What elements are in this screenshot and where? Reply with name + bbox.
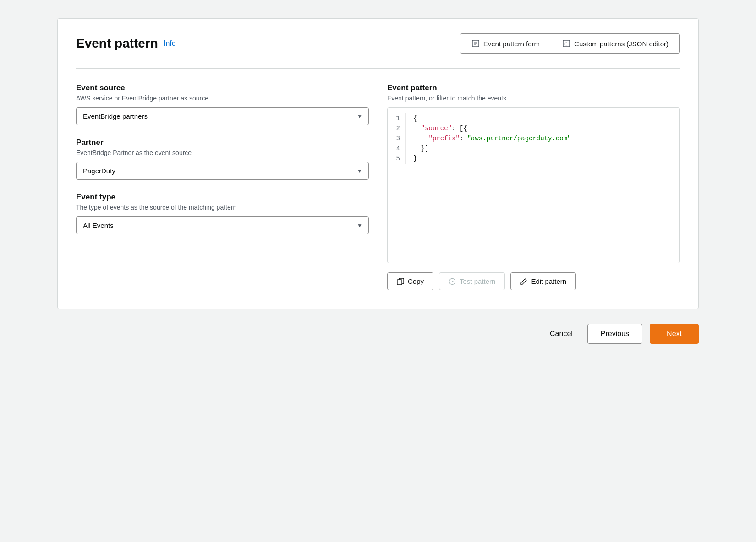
copy-icon [397, 278, 404, 285]
code-line-4: }] [413, 144, 672, 154]
header-divider [76, 68, 680, 69]
event-type-description: The type of events as the source of the … [76, 204, 369, 211]
line-numbers: 1 2 3 4 5 [388, 113, 406, 164]
next-button[interactable]: Next [650, 324, 699, 344]
event-pattern-card: Event pattern Info Event pattern form [57, 18, 699, 309]
info-link[interactable]: Info [164, 39, 176, 48]
code-line-2: "source": [{ [413, 123, 672, 133]
code-line-3: "prefix": "aws.partner/pagerduty.com" [413, 133, 672, 144]
event-source-description: AWS service or EventBridge partner as so… [76, 94, 369, 102]
copy-button[interactable]: Copy [387, 272, 433, 290]
tab-custom-patterns[interactable]: {} Custom patterns (JSON editor) [551, 34, 679, 53]
page-title: Event pattern [76, 36, 158, 51]
copy-label: Copy [408, 277, 424, 285]
partner-description: EventBridge Partner as the event source [76, 149, 369, 156]
svg-rect-7 [397, 280, 402, 285]
event-type-select[interactable]: All Events [76, 216, 369, 234]
left-panel: Event source AWS service or EventBridge … [76, 83, 369, 290]
edit-pattern-label: Edit pattern [531, 277, 566, 285]
edit-pattern-button[interactable]: Edit pattern [510, 272, 576, 290]
tab-form-label: Event pattern form [483, 40, 540, 48]
cancel-button[interactable]: Cancel [542, 325, 580, 343]
event-pattern-label: Event pattern [387, 83, 680, 93]
line-number-5: 5 [395, 154, 400, 164]
footer-bar: Cancel Previous Next [57, 309, 699, 362]
event-source-select[interactable]: EventBridge partners AWS services Other [76, 107, 369, 125]
code-line-1: { [413, 113, 672, 123]
title-group: Event pattern Info [76, 36, 176, 51]
event-type-wrapper: All Events ▼ [76, 216, 369, 234]
previous-button[interactable]: Previous [587, 324, 642, 344]
line-number-2: 2 [395, 123, 400, 133]
code-editor-container: 1 2 3 4 5 { "source": [{ "prefix": "aws.… [387, 107, 680, 263]
partner-select[interactable]: PagerDuty Salesforce Zendesk [76, 162, 369, 180]
line-number-4: 4 [395, 144, 400, 154]
line-number-3: 3 [395, 133, 400, 144]
event-type-section: Event type The type of events as the sou… [76, 193, 369, 234]
partner-label: Partner [76, 138, 369, 147]
event-source-section: Event source AWS service or EventBridge … [76, 83, 369, 125]
json-icon: {} [562, 39, 570, 48]
header-tabs: Event pattern form {} Custom patterns (J… [460, 33, 680, 54]
code-content: { "source": [{ "prefix": "aws.partner/pa… [406, 113, 679, 164]
svg-text:{}: {} [564, 42, 568, 46]
edit-pattern-icon [520, 278, 527, 285]
action-buttons: Copy Test pattern [387, 272, 680, 290]
test-pattern-label: Test pattern [460, 277, 495, 285]
test-pattern-button[interactable]: Test pattern [439, 272, 505, 290]
code-line-5: } [413, 154, 672, 164]
partner-wrapper: PagerDuty Salesforce Zendesk ▼ [76, 162, 369, 180]
partner-section: Partner EventBridge Partner as the event… [76, 138, 369, 180]
event-source-label: Event source [76, 83, 369, 93]
event-pattern-description: Event pattern, or filter to match the ev… [387, 94, 680, 102]
event-source-wrapper: EventBridge partners AWS services Other … [76, 107, 369, 125]
event-type-label: Event type [76, 193, 369, 202]
test-pattern-icon [449, 278, 456, 285]
page-container: Event pattern Info Event pattern form [57, 18, 699, 362]
line-number-1: 1 [395, 113, 400, 123]
code-editor: 1 2 3 4 5 { "source": [{ "prefix": "aws.… [388, 108, 679, 169]
tab-json-label: Custom patterns (JSON editor) [574, 40, 668, 48]
right-panel: Event pattern Event pattern, or filter t… [387, 83, 680, 290]
content-grid: Event source AWS service or EventBridge … [76, 83, 680, 290]
form-icon [471, 39, 480, 48]
tab-event-pattern-form[interactable]: Event pattern form [460, 34, 551, 53]
card-header: Event pattern Info Event pattern form [76, 33, 680, 54]
